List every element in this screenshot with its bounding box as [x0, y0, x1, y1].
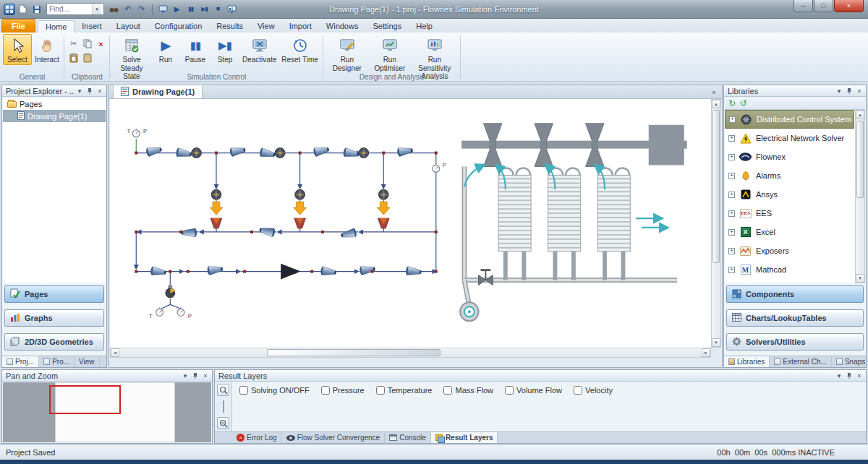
libraries-scrollbar[interactable]: ▲ ▼ [855, 110, 865, 283]
stop-quick-icon[interactable]: ■ [212, 4, 224, 15]
find-dropdown-arrow[interactable]: ▾ [92, 4, 101, 14]
app-icon[interactable] [4, 4, 15, 15]
combustor-components[interactable] [210, 202, 390, 228]
tab-libraries[interactable]: Libraries [724, 356, 770, 367]
library-item-electrical[interactable]: + Electrical Network Solver [725, 129, 854, 147]
scroll-up-icon[interactable]: ▲ [856, 111, 864, 119]
panel-menu-icon[interactable]: ▾ [75, 86, 85, 95]
tab-error-log[interactable]: × Error Log [232, 432, 282, 443]
library-item-mathcad[interactable]: + M Mathcad [725, 260, 854, 279]
save-icon[interactable] [30, 4, 43, 15]
nav-pages-button[interactable]: Pages [4, 285, 104, 303]
nav-solvers-button[interactable]: Solvers/Utilities [726, 333, 864, 351]
library-item-dcs[interactable]: + Distributed Control System [725, 110, 854, 129]
tab-import[interactable]: Import [282, 20, 319, 33]
new-page-icon[interactable] [17, 4, 29, 15]
library-item-flownex[interactable]: + Flownex [725, 147, 854, 166]
project-explorer-header[interactable]: Project Explorer - ... ▾ × [2, 85, 106, 97]
pin-icon[interactable] [190, 371, 200, 380]
tab-settings[interactable]: Settings [365, 20, 409, 33]
tab-project-explorer[interactable]: Proj... [2, 356, 39, 367]
solving-checkbox-row[interactable]: Solving ON/OFF [239, 386, 310, 395]
panel-menu-icon[interactable]: ▾ [834, 371, 844, 380]
canvas-horizontal-scrollbar[interactable]: ◄ ► [110, 348, 711, 358]
library-item-ansys[interactable]: + Ansys [725, 185, 854, 204]
result-layers-header[interactable]: Result Layers ▾ × [215, 370, 866, 382]
expand-icon[interactable]: + [728, 229, 735, 236]
cut-icon[interactable]: ✂ [67, 38, 80, 50]
scroll-up-icon[interactable]: ▲ [712, 100, 720, 108]
libraries-header[interactable]: Libraries ▾ × [724, 85, 866, 97]
find-combo[interactable]: ▾ [46, 3, 104, 15]
expand-icon[interactable]: + [728, 267, 735, 273]
library-item-exposers[interactable]: + Exposers [725, 241, 854, 260]
pin-icon[interactable] [844, 371, 854, 380]
select-button[interactable]: Select [3, 34, 32, 65]
expand-icon[interactable]: + [728, 248, 735, 254]
undo-icon[interactable]: ↶ [122, 4, 134, 15]
scroll-left-icon[interactable]: ◄ [111, 348, 119, 357]
instrument-gauges[interactable]: T P P T P [127, 128, 446, 320]
maximize-button[interactable]: □ [814, 0, 833, 12]
run-designer-button[interactable]: Run Designer [326, 34, 368, 73]
layers-zoom-slider[interactable] [223, 400, 224, 413]
small-pump-component[interactable] [166, 285, 175, 298]
tab-result-layers[interactable]: Result Layers [431, 432, 498, 443]
scroll-right-icon[interactable]: ► [702, 348, 710, 357]
step-button[interactable]: ▶▮ Step [210, 34, 239, 65]
tab-layout[interactable]: Layout [109, 20, 148, 33]
tab-windows[interactable]: Windows [319, 20, 366, 33]
close-icon[interactable]: × [854, 86, 864, 95]
junction-nodes[interactable] [135, 152, 437, 273]
volume-flow-checkbox-row[interactable]: Volume Flow [505, 386, 562, 395]
delete-icon[interactable]: × [95, 38, 107, 50]
tab-properties[interactable]: Pro... [39, 356, 75, 367]
tab-flow-solver-convergence[interactable]: Flow Solver Convergence [282, 432, 386, 443]
tab-file[interactable]: File [1, 19, 35, 33]
step-quick-icon[interactable]: ▶▮ [198, 4, 210, 15]
binoculars-icon[interactable] [108, 4, 120, 15]
paste-icon[interactable] [67, 51, 80, 64]
show-results-icon[interactable] [226, 4, 238, 15]
interact-button[interactable]: Interact [33, 34, 61, 65]
nav-components-button[interactable]: Components [726, 285, 864, 303]
scroll-down-icon[interactable]: ▼ [856, 274, 864, 283]
pan-zoom-viewport[interactable] [49, 385, 121, 414]
tab-console[interactable]: Console [385, 432, 431, 443]
library-item-ees[interactable]: + EES EES [725, 204, 854, 223]
volume-flow-checkbox[interactable] [505, 386, 514, 395]
run-optimiser-button[interactable]: Run Optimiser [369, 34, 411, 73]
expand-icon[interactable]: + [728, 192, 735, 198]
velocity-checkbox-row[interactable]: Velocity [574, 386, 613, 395]
tab-external-charts[interactable]: External Ch... [770, 356, 832, 367]
expand-icon[interactable]: + [728, 135, 735, 142]
deactivate-button[interactable]: Deactivate [240, 34, 278, 65]
run-quick-icon[interactable]: ▶ [171, 4, 183, 15]
tab-view[interactable]: View [250, 20, 282, 33]
nav-geometries-button[interactable]: 2D/3D Geometries [4, 333, 104, 351]
libraries-scroll-thumb[interactable] [856, 121, 864, 198]
nav-graphs-button[interactable]: Graphs [4, 309, 104, 327]
library-item-excel[interactable]: + X Excel [725, 223, 854, 241]
close-button[interactable]: × [834, 0, 864, 12]
canvas-vertical-scrollbar[interactable]: ▲ ▼ [711, 99, 721, 348]
close-icon[interactable]: × [200, 371, 210, 380]
velocity-checkbox[interactable] [574, 386, 582, 395]
horizontal-scroll-thumb[interactable] [267, 349, 441, 356]
vertical-scroll-thumb[interactable] [712, 110, 720, 263]
close-icon[interactable]: × [95, 86, 105, 95]
tab-snaps[interactable]: Snaps [832, 356, 868, 367]
canvas-tab-drawing-page[interactable]: Drawing Page(1) [113, 85, 203, 98]
pressure-checkbox[interactable] [321, 386, 330, 395]
run-button[interactable]: ▶ Run [151, 34, 180, 65]
expand-icon[interactable]: + [729, 116, 736, 123]
tab-configuration[interactable]: Configuration [148, 20, 209, 33]
close-icon[interactable]: × [854, 371, 864, 380]
zoom-out-layers-button[interactable] [217, 417, 229, 429]
pin-icon[interactable] [844, 86, 854, 95]
tab-help[interactable]: Help [409, 20, 440, 33]
expand-icon[interactable]: + [728, 173, 735, 179]
temperature-checkbox[interactable] [376, 386, 385, 395]
expand-icon[interactable]: + [728, 210, 735, 217]
expand-icon[interactable]: + [728, 154, 735, 160]
